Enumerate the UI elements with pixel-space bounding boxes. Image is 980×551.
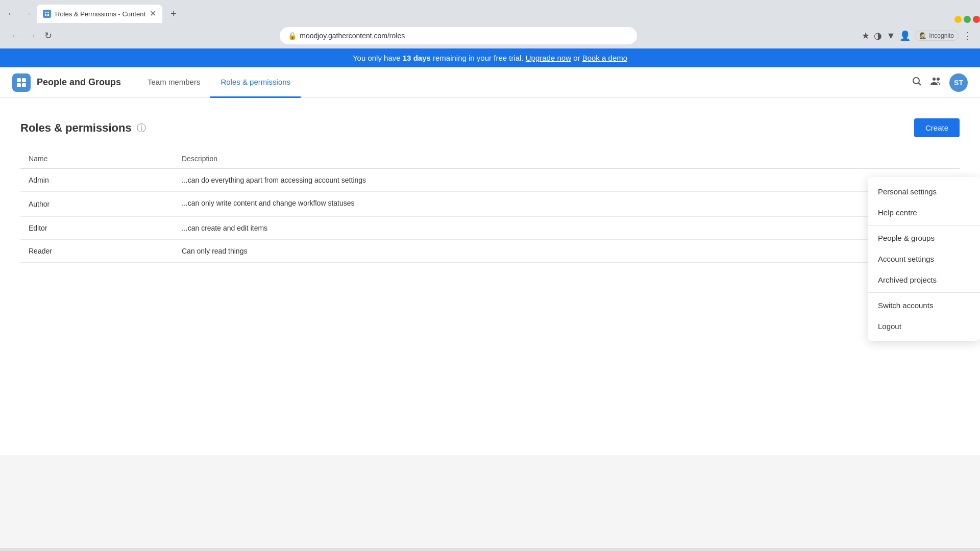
new-tab-button[interactable]: +: [166, 8, 181, 20]
back-button[interactable]: ←: [4, 7, 18, 21]
row-name: Admin: [20, 168, 174, 192]
lock-icon: 🔒: [288, 32, 297, 40]
active-tab[interactable]: Roles & Permissions - Content ✕: [37, 5, 162, 23]
incognito-label: Incognito: [929, 32, 954, 39]
table-row[interactable]: Editor ...can create and edit items: [20, 217, 960, 240]
svg-point-7: [937, 78, 940, 81]
trial-days: 13 days: [403, 54, 431, 62]
nav-tabs: Team members Roles & permissions: [137, 67, 301, 98]
svg-point-6: [933, 78, 936, 81]
tab-roles-permissions[interactable]: Roles & permissions: [210, 67, 301, 98]
menu-divider-1: [868, 225, 980, 226]
help-icon[interactable]: ⓘ: [137, 122, 146, 134]
table-row[interactable]: Reader Can only read things: [20, 240, 960, 263]
menu-icon[interactable]: ⋮: [963, 30, 972, 41]
tab-favicon: [43, 10, 51, 18]
user-dropdown-menu: Personal settings Help centre People & g…: [868, 177, 980, 341]
scrollbar[interactable]: [0, 548, 980, 551]
menu-item-account-settings[interactable]: Account settings: [868, 248, 980, 269]
header-actions: ST: [912, 73, 968, 92]
address-bar: ← → ↻ 🔒 moodjoy.gathercontent.com/roles …: [0, 23, 980, 48]
row-description: ...can create and edit items: [174, 217, 960, 240]
tab-title: Roles & Permissions - Content: [55, 10, 145, 18]
nav-buttons: ← → ↻: [8, 29, 55, 43]
extension-icon[interactable]: ◑: [874, 30, 882, 41]
close-button[interactable]: [973, 16, 980, 23]
profile-icon[interactable]: 👤: [899, 30, 911, 41]
table-row[interactable]: Author ...can only write content and cha…: [20, 192, 960, 217]
url-text: moodjoy.gathercontent.com/roles: [300, 32, 405, 40]
page-header: Roles & permissions ⓘ Create: [20, 118, 960, 137]
trial-middle: remaining in your free trial.: [431, 54, 526, 62]
row-description: Can only read things: [174, 240, 960, 263]
browser-refresh-button[interactable]: ↻: [41, 29, 55, 43]
col-description: Description: [174, 149, 960, 168]
row-name: Editor: [20, 217, 174, 240]
browser-back-button[interactable]: ←: [8, 29, 22, 43]
svg-rect-0: [17, 78, 21, 82]
svg-rect-3: [22, 83, 26, 87]
row-description: ...can do everything apart from accessin…: [174, 168, 960, 192]
svg-line-5: [919, 83, 921, 86]
menu-item-logout[interactable]: Logout: [868, 316, 980, 337]
main-content: Roles & permissions ⓘ Create Name Descri…: [0, 98, 980, 455]
svg-rect-2: [17, 83, 21, 87]
menu-item-help-centre[interactable]: Help centre: [868, 202, 980, 223]
menu-divider-2: [868, 292, 980, 293]
tab-bar: ← → Roles & Permissions - Content ✕ +: [0, 0, 980, 23]
groups-button[interactable]: [930, 76, 941, 89]
trial-or: or: [571, 54, 582, 62]
trial-banner: You only have 13 days remaining in your …: [0, 48, 980, 67]
roles-table: Name Description Admin ...can do everyth…: [20, 149, 960, 263]
extension2-icon[interactable]: ▼: [886, 31, 895, 41]
svg-rect-1: [22, 78, 26, 82]
trial-prefix: You only have: [353, 54, 403, 62]
col-name: Name: [20, 149, 174, 168]
demo-link[interactable]: Book a demo: [582, 54, 627, 62]
incognito-icon: 🕵: [919, 32, 927, 39]
browser-actions: ★ ◑ ▼ 👤 🕵 Incognito ⋮: [862, 30, 972, 41]
table-body: Admin ...can do everything apart from ac…: [20, 168, 960, 263]
app-container: You only have 13 days remaining in your …: [0, 48, 980, 455]
url-bar[interactable]: 🔒 moodjoy.gathercontent.com/roles: [280, 27, 637, 44]
search-button[interactable]: [912, 76, 922, 89]
window-controls: [954, 16, 980, 23]
row-name: Author: [20, 192, 174, 217]
avatar[interactable]: ST: [949, 73, 968, 92]
menu-item-switch-accounts[interactable]: Switch accounts: [868, 295, 980, 316]
app-logo[interactable]: [12, 73, 31, 92]
page-title-row: Roles & permissions ⓘ: [20, 121, 146, 135]
table-header: Name Description: [20, 149, 960, 168]
row-description: ...can only write content and change wor…: [174, 192, 960, 217]
upgrade-link[interactable]: Upgrade now: [526, 54, 571, 62]
incognito-badge: 🕵 Incognito: [915, 31, 959, 41]
maximize-button[interactable]: [964, 16, 971, 23]
minimize-button[interactable]: [954, 16, 962, 23]
create-button[interactable]: Create: [914, 118, 960, 137]
menu-item-people-groups[interactable]: People & groups: [868, 228, 980, 248]
browser-forward-button[interactable]: →: [24, 29, 39, 43]
browser-chrome: ← → Roles & Permissions - Content ✕ + ← …: [0, 0, 980, 48]
menu-item-archived-projects[interactable]: Archived projects: [868, 269, 980, 290]
table-row[interactable]: Admin ...can do everything apart from ac…: [20, 168, 960, 192]
tab-team-members[interactable]: Team members: [137, 67, 210, 98]
page-title: Roles & permissions: [20, 121, 132, 135]
url-container: 🔒 moodjoy.gathercontent.com/roles: [61, 27, 855, 44]
bookmark-icon[interactable]: ★: [862, 30, 870, 41]
menu-item-personal-settings[interactable]: Personal settings: [868, 181, 980, 202]
app-header: People and Groups Team members Roles & p…: [0, 67, 980, 98]
row-name: Reader: [20, 240, 174, 263]
forward-button[interactable]: →: [20, 7, 35, 21]
tab-close-button[interactable]: ✕: [150, 10, 156, 18]
app-title: People and Groups: [37, 77, 121, 88]
svg-point-4: [913, 78, 919, 84]
